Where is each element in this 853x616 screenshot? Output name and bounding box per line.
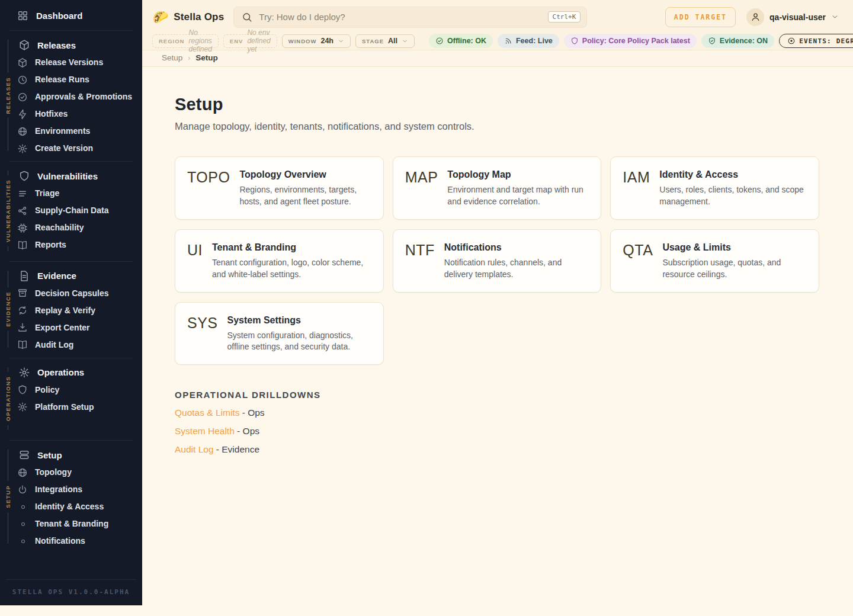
card-abbr: NTF — [405, 242, 435, 259]
sidebar-item-evidence[interactable]: Evidence — [16, 267, 142, 285]
page-subtitle: Manage topology, identity, tenants, noti… — [175, 121, 819, 132]
drilldown-link-audit-log[interactable]: Audit Log — [175, 444, 214, 454]
sidebar-item-vulnerabilities[interactable]: Vulnerabilities — [16, 167, 142, 185]
sidebar-item-hotfixes[interactable]: Hotfixes — [16, 105, 142, 123]
sidebar-item-policy[interactable]: Policy — [16, 381, 142, 399]
breadcrumb-item[interactable]: Setup — [162, 53, 182, 62]
sidebar-group-operations: OPERATIONSOperationsPolicyPlatform Setup — [0, 361, 142, 438]
sidebar-item-platform-setup[interactable]: Platform Setup — [16, 399, 142, 416]
main-column: 🌮 Stella Ops Try: How do I deploy? Ctrl+… — [142, 0, 853, 479]
brand-name: Stella Ops — [174, 11, 224, 23]
sidebar-item-setup[interactable]: Setup — [16, 446, 142, 464]
group-items: OperationsPolicyPlatform Setup — [16, 364, 142, 436]
sidebar-item-label: Audit Log — [35, 339, 73, 351]
badge-label: Evidence: ON — [720, 37, 768, 45]
sidebar-item-tenant-branding[interactable]: Tenant & Branding — [16, 515, 142, 532]
group-items: SetupTopologyIntegrationsIdentity & Acce… — [16, 446, 142, 550]
sidebar-item-approvals-promotions[interactable]: Approvals & Promotions — [16, 88, 142, 105]
sidebar-item-integrations[interactable]: Integrations — [16, 481, 142, 498]
chip-label: STAGE — [362, 38, 384, 44]
check-circle-icon — [17, 92, 28, 102]
filter-select-window[interactable]: WINDOW24h — [282, 34, 351, 48]
setup-card-identity-access[interactable]: IAMIdentity & AccessUsers, roles, client… — [610, 156, 819, 220]
sidebar-item-decision-capsules[interactable]: Decision Capsules — [16, 285, 142, 302]
search-input[interactable]: Try: How do I deploy? Ctrl+K — [233, 7, 587, 28]
sidebar-item-replay-verify[interactable]: Replay & Verify — [16, 302, 142, 319]
sidebar-item-label: Triage — [35, 188, 59, 199]
sidebar-divider — [9, 161, 133, 162]
sidebar-item-release-versions[interactable]: Release Versions — [16, 54, 142, 71]
group-items: ReleasesRelease VersionsRelease RunsAppr… — [16, 36, 142, 157]
breadcrumb-chevron-icon: › — [188, 54, 190, 62]
setup-card-topology-map[interactable]: MAPTopology MapEnvironment and target ma… — [393, 156, 602, 220]
card-abbr: UI — [187, 242, 203, 259]
card-title: Topology Map — [447, 169, 589, 180]
rail-line — [8, 425, 8, 430]
globe-icon — [17, 126, 28, 137]
sidebar-item-label: Policy — [35, 384, 59, 396]
card-body: Identity & AccessUsers, roles, clients, … — [659, 168, 807, 208]
group-vertical-label: EVIDENCE — [5, 291, 11, 327]
filter-select-stage[interactable]: STAGEAll — [355, 34, 415, 48]
setup-card-notifications[interactable]: NTFNotificationsNotification rules, chan… — [393, 229, 602, 293]
sidebar-item-supply-chain-data[interactable]: Supply-Chain Data — [16, 202, 142, 219]
card-body: Tenant & BrandingTenant configuration, l… — [212, 241, 371, 281]
sidebar-item-triage[interactable]: Triage — [16, 185, 142, 202]
card-abbr: MAP — [405, 169, 438, 186]
sidebar-item-reachability[interactable]: Reachability — [16, 219, 142, 236]
sidebar-item-dashboard[interactable]: Dashboard — [0, 0, 142, 28]
user-menu[interactable]: qa-visual-user — [746, 8, 844, 26]
group-vertical-label: RELEASES — [5, 77, 11, 114]
sidebar-item-release-runs[interactable]: Release Runs — [16, 71, 142, 88]
card-description: Notification rules, channels, and delive… — [444, 257, 589, 281]
status-badge-policy: Policy: Core Policy Pack latest — [564, 34, 697, 48]
drilldown-link-system-health[interactable]: System Health — [175, 426, 235, 436]
drilldown-suffix: - Evidence — [214, 444, 260, 454]
card-title: Notifications — [444, 242, 589, 253]
sidebar-item-identity-access[interactable]: Identity & Access — [16, 498, 142, 515]
setup-card-system-settings[interactable]: SYSSystem SettingsSystem configuration, … — [175, 302, 384, 365]
card-title: Usage & Limits — [662, 242, 807, 253]
group-rail: VULNERABILITIES — [0, 167, 16, 257]
card-description: Subscription usage, quotas, and resource… — [662, 257, 807, 281]
sidebar-item-releases[interactable]: Releases — [16, 36, 142, 54]
sidebar-item-operations[interactable]: Operations — [16, 364, 142, 381]
gear-icon — [18, 367, 30, 378]
add-target-button[interactable]: ADD TARGET — [665, 7, 736, 27]
sidebar-divider — [9, 261, 133, 262]
rail-line — [8, 367, 8, 372]
download-icon — [17, 322, 28, 333]
setup-card-tenant-branding[interactable]: UITenant & BrandingTenant configuration,… — [175, 229, 384, 293]
sidebar-item-label: Vulnerabilities — [37, 171, 98, 182]
brand[interactable]: 🌮 Stella Ops — [153, 11, 224, 23]
rail-line — [8, 118, 8, 151]
drilldown-row-audit-log: Audit Log - Evidence — [175, 444, 819, 455]
sidebar-item-topology[interactable]: Topology — [16, 464, 142, 481]
card-body: System SettingsSystem configuration, dia… — [227, 314, 371, 354]
status-badge-events: EVENTS: DEGRADED — [779, 34, 853, 48]
card-body: Topology OverviewRegions, environments, … — [239, 168, 371, 208]
rows-icon — [18, 449, 30, 461]
card-abbr: SYS — [187, 315, 218, 332]
card-description: Regions, environments, targets, hosts, a… — [239, 184, 371, 208]
sidebar-item-label: Notifications — [35, 535, 85, 547]
sidebar-divider — [9, 440, 133, 441]
drilldown-link-quotas-limits[interactable]: Quotas & Limits — [175, 408, 239, 418]
sidebar-item-export-center[interactable]: Export Center — [16, 319, 142, 336]
sidebar-item-label: Topology — [35, 467, 72, 478]
setup-card-usage-limits[interactable]: QTAUsage & LimitsSubscription usage, quo… — [610, 229, 819, 293]
sidebar-item-create-version[interactable]: Create Version — [16, 140, 142, 157]
dot-icon — [19, 537, 27, 546]
drilldown-row-system-health: System Health - Ops — [175, 426, 819, 437]
avatar — [746, 8, 764, 26]
sidebar-item-notifications[interactable]: Notifications — [16, 532, 142, 550]
sidebar-version: STELLA OPS V1.0.0-ALPHA — [6, 579, 136, 605]
setup-card-topology-overview[interactable]: TOPOTopology OverviewRegions, environmen… — [175, 156, 384, 220]
sidebar-group-releases: RELEASESReleasesRelease VersionsRelease … — [0, 33, 142, 159]
sidebar-item-reports[interactable]: Reports — [16, 236, 142, 254]
sidebar-item-environments[interactable]: Environments — [16, 123, 142, 140]
search-placeholder: Try: How do I deploy? — [259, 12, 541, 22]
group-rail: RELEASES — [0, 36, 16, 157]
sidebar-item-audit-log[interactable]: Audit Log — [16, 336, 142, 354]
rail-line — [8, 40, 8, 73]
